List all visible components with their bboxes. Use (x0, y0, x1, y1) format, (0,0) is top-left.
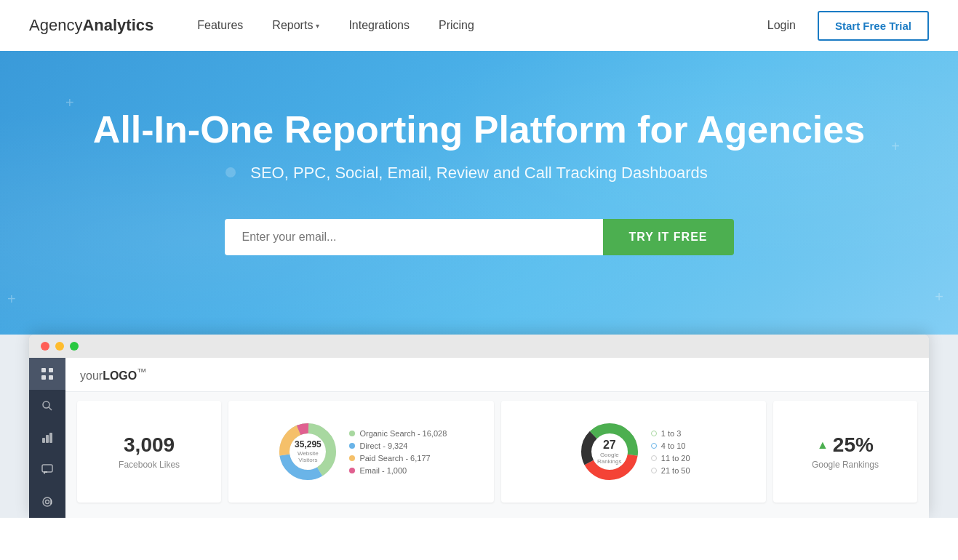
browser-maximize-dot (70, 342, 79, 351)
hero-cta-form: TRY IT FREE (225, 219, 734, 255)
at-icon (41, 496, 53, 508)
svg-rect-8 (49, 433, 52, 443)
navbar: AgencyAnalytics Features Reports ▾ Integ… (0, 0, 958, 51)
nav-reports[interactable]: Reports ▾ (272, 19, 319, 32)
grid-icon (41, 367, 54, 380)
logo-bold: Analytics (82, 16, 153, 34)
main-content: yourLOGO™ 3,009 Facebook Likes (65, 358, 929, 518)
percent-value-container: ▲ 25% (817, 433, 874, 457)
email-label: Email - 1,000 (359, 466, 407, 475)
donut-center: 35,295 Website Visitors (292, 441, 324, 463)
svg-rect-6 (42, 438, 45, 443)
nav-features[interactable]: Features (197, 19, 243, 32)
client-logo-area: yourLOGO™ (80, 367, 147, 383)
chevron-down-icon: ▾ (316, 22, 319, 30)
21-50-dot (651, 468, 657, 473)
plus-decoration-4: + (935, 289, 943, 305)
hero-title: All-In-One Reporting Platform for Agenci… (29, 109, 929, 151)
rankings-center: 27 Google Rankings (593, 439, 626, 465)
dashboard-cards-row: 3,009 Facebook Likes (65, 392, 929, 511)
email-input[interactable] (225, 219, 603, 255)
plus-decoration-2: + (7, 291, 16, 308)
svg-point-11 (46, 500, 49, 504)
legend-11-20: 11 to 20 (651, 454, 690, 463)
direct-label: Direct - 9,324 (359, 441, 407, 450)
sidebar-icon-search[interactable] (29, 390, 65, 422)
21-50-label: 21 to 50 (661, 466, 690, 475)
browser-close-dot (41, 342, 49, 351)
logo-tm: ™ (137, 367, 146, 377)
logo-light: Agency (29, 16, 82, 34)
svg-rect-1 (49, 368, 53, 372)
4-10-label: 4 to 10 (661, 441, 686, 450)
sidebar-icon-grid[interactable] (29, 358, 65, 390)
rankings-legend: 1 to 3 4 to 10 11 to 20 (651, 429, 690, 475)
sidebar-icon-bar-chart[interactable] (29, 422, 65, 454)
browser-window: yourLOGO™ 3,009 Facebook Likes (29, 335, 929, 518)
svg-rect-9 (42, 465, 52, 472)
sidebar-nav (29, 358, 65, 518)
percent-value: 25% (833, 433, 874, 457)
try-free-button[interactable]: TRY IT FREE (603, 219, 734, 255)
svg-rect-0 (41, 368, 46, 372)
start-trial-button[interactable]: Start Free Trial (818, 11, 929, 41)
browser-titlebar (29, 335, 929, 358)
rankings-donut-container: 27 Google Rankings 1 to 3 (577, 419, 690, 484)
browser-minimize-dot (55, 342, 64, 351)
hero-subtitle: SEO, PPC, Social, Email, Review and Call… (29, 164, 929, 183)
svg-line-5 (49, 407, 52, 410)
bar-chart-icon (41, 432, 53, 444)
visitors-value: 35,295 (292, 441, 324, 450)
login-link[interactable]: Login (767, 19, 796, 32)
legend-direct: Direct - 9,324 (349, 441, 447, 450)
svg-point-10 (43, 497, 52, 506)
navbar-right: Login Start Free Trial (767, 11, 929, 41)
navbar-logo: AgencyAnalytics (29, 16, 153, 35)
legend-email: Email - 1,000 (349, 466, 447, 475)
website-visitors-card: 35,295 Website Visitors Organic Search -… (228, 401, 493, 503)
1-3-dot (651, 431, 657, 436)
rankings-value: 27 (593, 439, 626, 452)
main-header: yourLOGO™ (65, 358, 929, 392)
search-icon (41, 400, 53, 412)
email-dot (349, 468, 355, 473)
hero-decorations: + + + + (0, 51, 958, 364)
1-3-label: 1 to 3 (661, 429, 682, 438)
reports-label: Reports (272, 19, 313, 32)
direct-dot (349, 443, 355, 449)
browser-content: yourLOGO™ 3,009 Facebook Likes (29, 358, 929, 518)
website-visitors-donut-container: 35,295 Website Visitors Organic Search -… (275, 419, 447, 484)
facebook-likes-label: Facebook Likes (119, 460, 180, 470)
svg-rect-2 (41, 375, 46, 380)
visitors-label: Website Visitors (292, 450, 324, 463)
sidebar-icon-chat[interactable] (29, 454, 65, 486)
visitors-legend: Organic Search - 16,028 Direct - 9,324 P… (349, 429, 447, 475)
nav-integrations[interactable]: Integrations (348, 19, 410, 32)
legend-21-50: 21 to 50 (651, 466, 690, 475)
legend-paid: Paid Search - 6,177 (349, 454, 447, 463)
rankings-donut: 27 Google Rankings (577, 419, 642, 484)
11-20-dot (651, 455, 657, 461)
facebook-likes-card: 3,009 Facebook Likes (77, 401, 221, 503)
organic-dot (349, 431, 355, 436)
nav-pricing[interactable]: Pricing (439, 19, 474, 32)
sidebar-icon-at[interactable] (29, 486, 65, 518)
up-arrow-icon: ▲ (817, 439, 829, 452)
svg-rect-7 (46, 435, 49, 443)
google-rankings-percent-card: ▲ 25% Google Rankings (773, 401, 917, 503)
legend-organic: Organic Search - 16,028 (349, 429, 447, 438)
dashboard-preview: yourLOGO™ 3,009 Facebook Likes (0, 335, 958, 518)
legend-4-10: 4 to 10 (651, 441, 690, 450)
svg-point-4 (43, 401, 49, 408)
google-rankings-card: 27 Google Rankings 1 to 3 (501, 401, 766, 503)
4-10-dot (651, 443, 657, 449)
logo-light-part: your (80, 369, 103, 382)
legend-1-3: 1 to 3 (651, 429, 690, 438)
chat-icon (41, 464, 53, 476)
percent-label: Google Rankings (812, 460, 879, 470)
facebook-likes-value: 3,009 (124, 433, 175, 457)
logo-bold-part: LOGO (103, 369, 137, 382)
11-20-label: 11 to 20 (661, 454, 690, 463)
organic-label: Organic Search - 16,028 (359, 429, 447, 438)
hero-section: + + + + All-In-One Reporting Platform fo… (0, 51, 958, 364)
